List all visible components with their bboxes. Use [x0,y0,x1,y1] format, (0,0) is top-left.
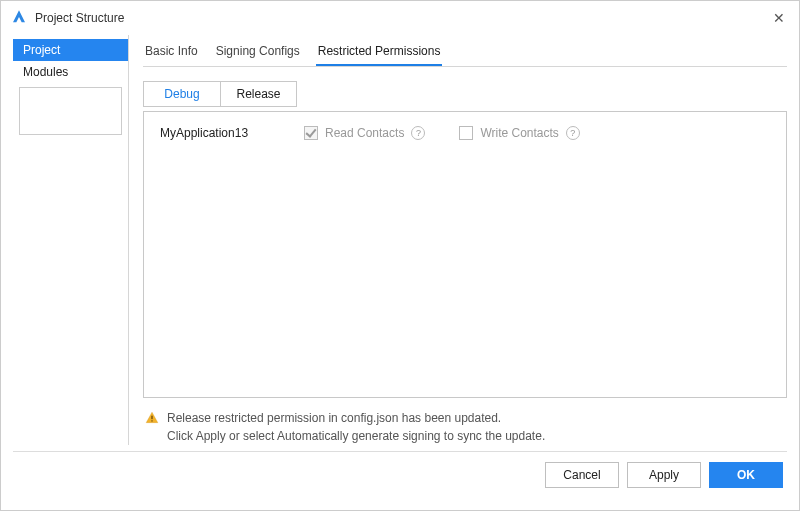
svg-rect-0 [151,416,152,420]
warning-line2: Click Apply or select Automatically gene… [167,428,545,445]
apply-button[interactable]: Apply [627,462,701,488]
perm-label: Write Contacts [480,126,558,140]
permission-row: MyApplication13 Read Contacts ? Write Co… [160,126,770,140]
tab-basic-info[interactable]: Basic Info [143,44,200,66]
warning-icon [145,410,159,428]
svg-rect-1 [151,421,152,422]
perm-read-contacts: Read Contacts ? [304,126,425,140]
sidebar: Project Modules [13,35,129,445]
help-icon[interactable]: ? [566,126,580,140]
sub-tabs: Debug Release [143,81,297,107]
app-name-label: MyApplication13 [160,126,270,140]
titlebar: Project Structure ✕ [1,1,799,35]
sidebar-preview [19,87,122,135]
cancel-button[interactable]: Cancel [545,462,619,488]
perm-write-contacts: Write Contacts ? [459,126,579,140]
tab-restricted-permissions[interactable]: Restricted Permissions [316,44,443,66]
perm-label: Read Contacts [325,126,404,140]
sidebar-item-project[interactable]: Project [13,39,128,61]
tab-content: Debug Release MyApplication13 Read Conta… [143,67,787,445]
warning-line1: Release restricted permission in config.… [167,410,545,427]
permissions-panel: MyApplication13 Read Contacts ? Write Co… [143,111,787,398]
warning-message: Release restricted permission in config.… [143,406,787,445]
app-icon [11,8,27,28]
tab-signing-configs[interactable]: Signing Configs [214,44,302,66]
dialog-footer: Cancel Apply OK [13,452,787,498]
ok-button[interactable]: OK [709,462,783,488]
subtab-release[interactable]: Release [220,82,296,106]
main-panel: Basic Info Signing Configs Restricted Pe… [129,35,787,445]
checkbox-write-contacts[interactable] [459,126,473,140]
sidebar-item-modules[interactable]: Modules [13,61,128,83]
subtab-debug[interactable]: Debug [144,82,220,106]
project-structure-dialog: Project Structure ✕ Project Modules Basi… [0,0,800,511]
dialog-title: Project Structure [35,11,124,25]
top-tabs: Basic Info Signing Configs Restricted Pe… [143,41,787,67]
close-icon[interactable]: ✕ [769,10,789,26]
help-icon[interactable]: ? [411,126,425,140]
checkbox-read-contacts[interactable] [304,126,318,140]
